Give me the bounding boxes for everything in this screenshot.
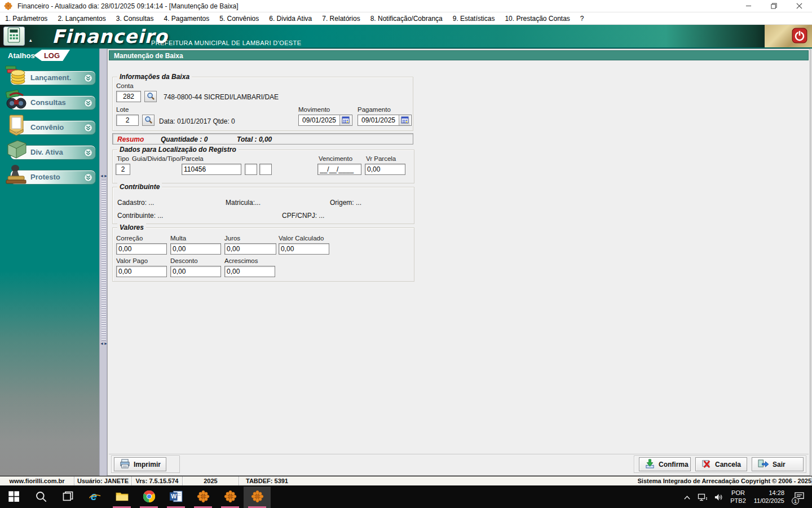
- menu-item[interactable]: 2. Lançamentos: [52, 12, 111, 24]
- vr-parcela-label: Vr Parcela: [366, 155, 396, 162]
- action-center-button[interactable]: 1: [789, 487, 809, 508]
- tipo-input[interactable]: [116, 164, 130, 175]
- status-segment: Sistema Integrado de Arrecadação Copyrig…: [638, 476, 812, 485]
- sidebar-item[interactable]: Consultas: [0, 89, 99, 113]
- movimento-input[interactable]: [299, 115, 339, 125]
- power-button[interactable]: [792, 28, 807, 43]
- main-panel: Manutenção de Baixa Informações da Baixa…: [107, 49, 810, 476]
- restore-button[interactable]: [761, 0, 787, 12]
- valor-input[interactable]: [224, 266, 275, 277]
- speaker-icon[interactable]: [712, 487, 725, 508]
- book-icon: [4, 138, 29, 161]
- resumo-total: Total : 0,00: [237, 135, 272, 143]
- menu-item[interactable]: 10. Prestação Contas: [500, 12, 575, 24]
- lote-input[interactable]: [116, 115, 139, 126]
- menu-item[interactable]: 4. Pagamentos: [158, 12, 214, 24]
- menu-item[interactable]: 6. Divida Ativa: [264, 12, 317, 24]
- conta-description: 748-0800-44 SICREDI/LAMBARI/DAE: [164, 93, 279, 101]
- close-button[interactable]: [787, 0, 812, 12]
- search-icon: [34, 490, 47, 505]
- form-area: Informações da Baixa Conta 748-0800-44 S…: [108, 62, 810, 475]
- menu-item[interactable]: 3. Consultas: [111, 12, 159, 24]
- sidebar-item[interactable]: Lançament.: [0, 64, 99, 89]
- lote-description: Data: 01/01/2017 Qtde: 0: [159, 117, 235, 125]
- sidebar-tab-atalhos[interactable]: Atalhos: [8, 51, 35, 60]
- conta-input[interactable]: [116, 91, 141, 102]
- pagamento-calendar-button[interactable]: [399, 115, 410, 125]
- word-icon: W: [170, 490, 183, 505]
- minimize-button[interactable]: [736, 0, 761, 12]
- cadastro-value: Cadastro: ...: [117, 199, 154, 207]
- valor-field: Juros: [224, 235, 279, 255]
- taskbar: e W: [0, 487, 812, 508]
- status-segment: Usuário: JANETE: [74, 476, 132, 485]
- confirma-button[interactable]: Confirma: [639, 457, 691, 471]
- chevron-down-icon[interactable]: [84, 148, 92, 157]
- valor-field: Correção: [116, 235, 170, 255]
- splitter-arrows-top-icon[interactable]: ◄►: [100, 174, 108, 178]
- taskbar-app[interactable]: [244, 487, 271, 508]
- calculator-button[interactable]: [3, 27, 25, 46]
- guia-extra1-input[interactable]: [245, 164, 257, 175]
- entity-name: PREFEITURA MUNICIPAL DE LAMBARI D'OESTE: [151, 40, 301, 46]
- taskbar-app[interactable]: [54, 487, 81, 508]
- taskbar-app[interactable]: [0, 487, 27, 508]
- menu-item[interactable]: 5. Convênios: [214, 12, 264, 24]
- valor-input[interactable]: [170, 266, 221, 277]
- vencimento-input[interactable]: [317, 164, 361, 175]
- taskbar-app[interactable]: [217, 487, 244, 508]
- guia-extra2-input[interactable]: [259, 164, 272, 175]
- internet-explorer-icon: e: [89, 490, 102, 505]
- language-indicator[interactable]: POR PTB2: [727, 489, 749, 505]
- notification-badge: 1: [792, 497, 799, 505]
- valor-input[interactable]: [116, 266, 167, 277]
- chevron-down-icon[interactable]: [84, 74, 92, 82]
- sair-button[interactable]: Sair: [752, 457, 804, 471]
- valor-input[interactable]: [170, 243, 221, 255]
- window-title: Financeiro - Atualizado dia: 28/01/2025 …: [17, 2, 239, 10]
- printer-icon: [120, 459, 130, 470]
- movimento-calendar-button[interactable]: [339, 115, 351, 125]
- menu-item[interactable]: 1. Parâmetros: [0, 12, 52, 24]
- vr-parcela-input[interactable]: [365, 164, 405, 175]
- valor-label: Valor Pago: [116, 257, 170, 264]
- guia-input[interactable]: [182, 164, 241, 175]
- splitter-arrows-bottom-icon[interactable]: ◄►: [100, 341, 108, 345]
- menu-item[interactable]: ?: [575, 12, 589, 24]
- cancela-button[interactable]: Cancela: [695, 457, 747, 471]
- chevron-down-icon[interactable]: [84, 124, 92, 132]
- taskbar-app[interactable]: [27, 487, 54, 508]
- valor-input[interactable]: [116, 243, 167, 255]
- taskbar-app[interactable]: [135, 487, 162, 508]
- clock[interactable]: 14:28 11/02/2025: [751, 489, 787, 505]
- chevron-down-icon[interactable]: [84, 173, 92, 182]
- sidebar-splitter[interactable]: ◄► ◄►: [99, 49, 107, 476]
- chevron-down-icon[interactable]: [84, 99, 92, 107]
- lote-search-button[interactable]: [142, 115, 155, 126]
- taskbar-app[interactable]: [189, 487, 217, 508]
- matricula-value: Matricula:...: [226, 199, 261, 207]
- sidebar-tab-log[interactable]: LOG: [34, 50, 70, 61]
- conta-search-button[interactable]: [144, 91, 157, 102]
- sidebar-item[interactable]: Protesto: [0, 163, 99, 188]
- dropdown-arrow-icon[interactable]: ▴: [29, 37, 32, 43]
- imprimir-button[interactable]: Imprimir: [114, 457, 166, 471]
- pagamento-input[interactable]: [358, 115, 399, 125]
- taskbar-app[interactable]: [108, 487, 135, 508]
- menu-item[interactable]: 8. Notificação/Cobrança: [365, 12, 448, 24]
- menu-item[interactable]: 9. Estatísticas: [448, 12, 500, 24]
- valor-label: Multa: [170, 235, 224, 242]
- taskbar-app[interactable]: e: [81, 487, 108, 508]
- sidebar-item[interactable]: Convênio: [0, 113, 99, 138]
- network-icon[interactable]: [696, 487, 709, 508]
- valores-row-2: Valor Pago Desconto Acrescimos: [116, 257, 279, 277]
- valor-input[interactable]: [279, 243, 329, 255]
- taskbar-app[interactable]: W: [162, 487, 189, 508]
- sidebar-item-label: Div. Ativa: [30, 148, 63, 156]
- chevron-up-icon[interactable]: [680, 487, 694, 508]
- search-lookup-icon: [144, 116, 153, 125]
- menu-item[interactable]: 7. Relatórios: [317, 12, 365, 24]
- start-icon: [7, 490, 20, 505]
- sidebar-item[interactable]: Div. Ativa: [0, 138, 99, 163]
- valor-input[interactable]: [224, 243, 276, 255]
